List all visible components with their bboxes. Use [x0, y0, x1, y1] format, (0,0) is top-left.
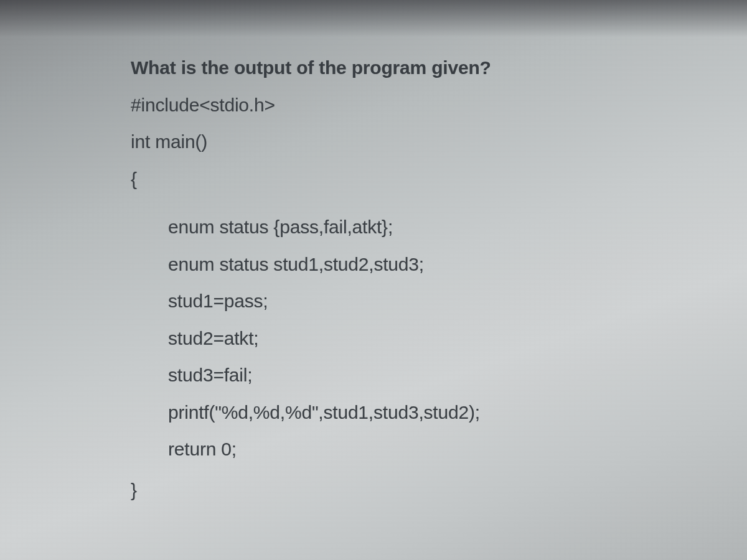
- code-line-open-brace: {: [131, 167, 747, 191]
- code-line-assign-stud1: stud1=pass;: [131, 289, 747, 313]
- code-line-main-signature: int main(): [131, 130, 747, 154]
- code-line-return: return 0;: [131, 437, 747, 461]
- question-prompt: What is the output of the program given?: [131, 56, 747, 80]
- code-line-include: #include<stdio.h>: [131, 93, 747, 117]
- code-line-close-brace: }: [131, 478, 747, 502]
- code-line-printf: printf("%d,%d,%d",stud1,stud3,stud2);: [131, 401, 747, 424]
- code-line-assign-stud3: stud3=fail;: [131, 363, 747, 387]
- code-line-enum-vars: enum status stud1,stud2,stud3;: [131, 253, 747, 276]
- question-panel: What is the output of the program given?…: [0, 0, 747, 560]
- code-line-enum-decl: enum status {pass,fail,atkt};: [131, 215, 747, 239]
- code-line-assign-stud2: stud2=atkt;: [131, 327, 747, 350]
- blank-line: [131, 204, 747, 215]
